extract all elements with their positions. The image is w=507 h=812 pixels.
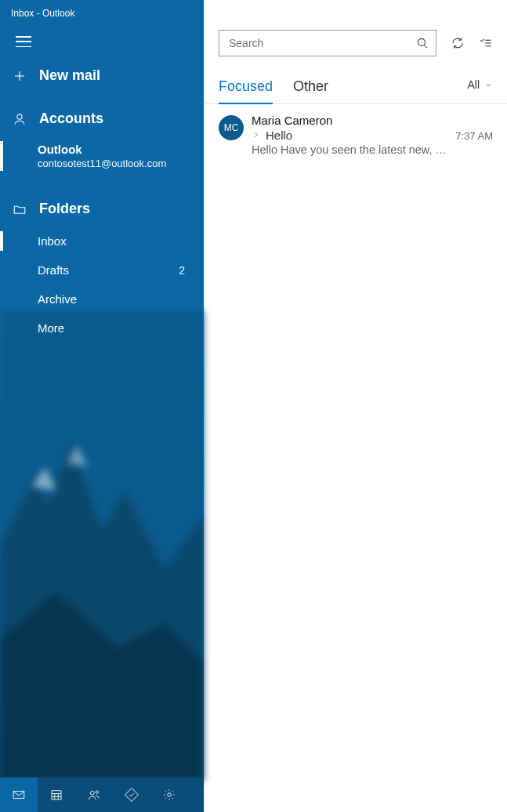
folders-header[interactable]: Folders — [0, 191, 204, 227]
folder-label: More — [38, 321, 64, 335]
message-sender: Maria Cameron — [252, 114, 332, 127]
account-item-outlook[interactable]: Outlook contosotest11@outlook.com — [0, 136, 204, 176]
active-account-marker — [0, 141, 3, 171]
folder-label: Archive — [38, 292, 77, 306]
message-time: 7:37 AM — [455, 130, 493, 142]
nav-settings[interactable] — [150, 778, 188, 812]
message-body: Maria Cameron Hello 7:37 AM Hello Have y… — [252, 114, 493, 156]
folder-item-archive[interactable]: Archive — [0, 285, 204, 314]
app-root: Inbox - Outlook New mail Accounts Outloo… — [0, 0, 507, 812]
svg-rect-9 — [52, 791, 61, 799]
folder-item-inbox[interactable]: Inbox — [0, 227, 204, 256]
nav-mail[interactable] — [0, 778, 38, 812]
svg-point-18 — [418, 38, 425, 45]
folder-label: Drafts — [38, 263, 69, 277]
toolbar — [205, 0, 507, 56]
calendar-icon — [49, 788, 63, 802]
svg-line-19 — [424, 45, 427, 48]
new-mail-button[interactable]: New mail — [0, 58, 204, 93]
accounts-header-label: Accounts — [39, 111, 103, 127]
svg-point-15 — [96, 791, 98, 793]
checklist-icon — [479, 36, 493, 50]
message-item[interactable]: MC Maria Cameron Hello 7:37 AM Hello Hav… — [205, 104, 507, 165]
account-email: contosotest11@outlook.com — [38, 158, 191, 169]
message-list: MC Maria Cameron Hello 7:37 AM Hello Hav… — [205, 104, 507, 812]
window-title: Inbox - Outlook — [0, 0, 204, 19]
folders-header-label: Folders — [39, 201, 90, 217]
folder-icon — [13, 202, 27, 216]
account-name: Outlook — [38, 143, 191, 156]
sidebar: Inbox - Outlook New mail Accounts Outloo… — [0, 0, 204, 812]
bottom-nav — [0, 778, 204, 812]
message-subject: Hello — [266, 129, 451, 142]
svg-rect-8 — [13, 792, 24, 799]
mail-icon — [12, 788, 26, 802]
chevron-right-icon — [252, 130, 261, 140]
nav-tasks[interactable] — [113, 778, 150, 812]
people-icon — [87, 788, 101, 802]
active-folder-marker — [0, 231, 3, 251]
gear-icon — [162, 788, 176, 802]
svg-point-14 — [90, 791, 94, 795]
chevron-down-icon — [484, 81, 493, 89]
folder-label: Inbox — [38, 234, 67, 248]
select-mode-button[interactable] — [479, 36, 493, 50]
main-pane: Focused Other All MC Maria Cameron — [204, 0, 507, 812]
svg-point-7 — [17, 114, 22, 118]
message-preview: Hello Have you seen the latest new, … — [252, 143, 493, 156]
filter-label: All — [467, 78, 480, 91]
folder-badge: 2 — [179, 264, 185, 277]
sync-icon — [451, 36, 465, 50]
person-icon — [13, 112, 27, 126]
background-mountains — [0, 310, 204, 781]
hamburger-menu-icon[interactable] — [16, 36, 31, 47]
folder-item-drafts[interactable]: Drafts 2 — [0, 256, 204, 285]
sync-button[interactable] — [451, 36, 465, 50]
filter-dropdown[interactable]: All — [467, 78, 493, 99]
svg-point-17 — [168, 793, 172, 797]
accounts-header[interactable]: Accounts — [0, 101, 204, 136]
inbox-tabs: Focused Other All — [205, 74, 507, 104]
tab-other[interactable]: Other — [293, 74, 328, 104]
new-mail-label: New mail — [39, 67, 100, 84]
search-box[interactable] — [219, 30, 436, 56]
folder-item-more[interactable]: More — [0, 314, 204, 343]
nav-calendar[interactable] — [38, 778, 75, 812]
tab-focused[interactable]: Focused — [219, 74, 273, 104]
plus-icon — [13, 69, 27, 83]
search-icon — [415, 36, 429, 50]
check-icon — [125, 788, 139, 802]
nav-people[interactable] — [75, 778, 113, 812]
svg-rect-16 — [125, 788, 139, 802]
avatar: MC — [219, 115, 244, 140]
search-input[interactable] — [229, 37, 415, 49]
